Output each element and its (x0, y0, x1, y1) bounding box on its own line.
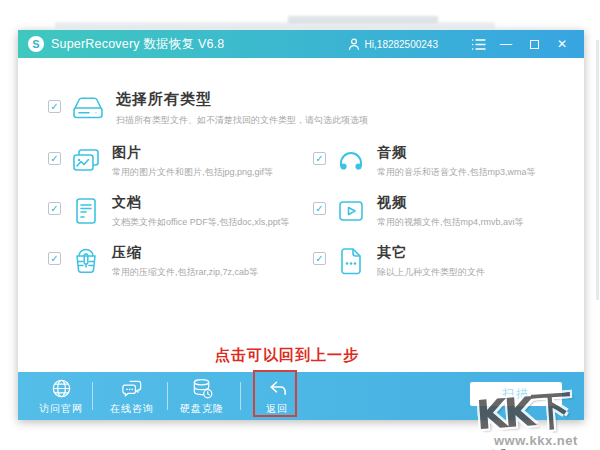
screen: S SuperRecovery 数据恢复 V6.8 Hi,18282500243 (0, 0, 600, 450)
footer-item-visit-site[interactable]: 访问官网 (29, 372, 93, 420)
file-type-text: 视频 常用的视频文件,包括mp4,rmvb,avi等 (377, 194, 524, 229)
user-icon (347, 37, 361, 51)
footer-divider (240, 382, 241, 410)
background-window-hint (288, 16, 438, 23)
file-type-text: 音频 常用的音乐和语音文件,包括mp3,wma等 (377, 144, 536, 179)
footer-item-label: 在线咨询 (110, 402, 154, 416)
file-type-title: 其它 (377, 244, 485, 262)
other-checkbox[interactable]: ✓ (313, 252, 326, 265)
file-type-text: 其它 除以上几种文件类型的文件 (377, 244, 485, 279)
check-glyph: ✓ (315, 154, 323, 164)
video-checkbox[interactable]: ✓ (313, 202, 326, 215)
check-glyph: ✓ (50, 204, 58, 214)
title-bar: S SuperRecovery 数据恢复 V6.8 Hi,18282500243 (18, 30, 584, 58)
audio-checkbox[interactable]: ✓ (313, 152, 326, 165)
chat-icon (120, 376, 144, 400)
maximize-button[interactable] (524, 34, 544, 54)
documents-checkbox[interactable]: ✓ (48, 202, 61, 215)
audio-icon (335, 145, 367, 177)
close-button[interactable]: ✕ (552, 34, 572, 54)
maximize-icon (530, 40, 539, 49)
pictures-checkbox[interactable]: ✓ (48, 152, 61, 165)
footer-item-label: 访问官网 (39, 402, 83, 416)
file-type-item-archive[interactable]: ✓ 压缩 常用的压缩文件,包括rar, (48, 244, 258, 279)
file-type-desc: 除以上几种文件类型的文件 (377, 266, 485, 279)
file-type-title: 图片 (112, 144, 273, 162)
file-type-desc: 常用的图片文件和图片,包括jpg,png,gif等 (112, 166, 273, 179)
file-type-desc: 常用的压缩文件,包括rar,zip,7z,cab等 (112, 266, 258, 279)
archive-icon (70, 245, 102, 277)
watermark-site-url: www.kkx.net (494, 433, 578, 448)
footer-divider (92, 382, 93, 410)
archive-checkbox[interactable]: ✓ (48, 252, 61, 265)
footer-item-label: 硬盘克隆 (180, 402, 224, 416)
app-window: S SuperRecovery 数据恢复 V6.8 Hi,18282500243 (18, 30, 584, 420)
file-type-item-pictures[interactable]: ✓ 图片 常用的图片文件和图片,包括jpg,png,gif等 (48, 144, 273, 179)
footer-divider (167, 382, 168, 410)
video-icon (335, 195, 367, 227)
footer-item-online-support[interactable]: 在线咨询 (100, 372, 164, 420)
file-type-title: 音频 (377, 144, 536, 162)
check-glyph: ✓ (50, 254, 58, 264)
select-all-text: 选择所有类型 扫描所有类型文件、如不清楚找回的文件类型，请勾选此项选项 (116, 90, 368, 127)
title-bar-controls: Hi,18282500243 — (347, 34, 572, 54)
file-type-text: 文档 文档类文件如office PDF等,包括doc,xls,ppt等 (112, 194, 289, 229)
menu-icon (471, 38, 486, 51)
back-highlight-box (253, 370, 297, 417)
app-logo-icon: S (28, 36, 44, 52)
background-scrollbar-hint (596, 40, 599, 300)
check-glyph: ✓ (315, 204, 323, 214)
file-type-item-video[interactable]: ✓ 视频 常用的视频文件,包括mp4,rmvb,avi等 (313, 194, 524, 229)
menu-button[interactable] (468, 34, 488, 54)
annotation-text: 点击可以回到上一步 (207, 346, 367, 365)
select-all-checkbox[interactable]: ✓ (48, 100, 61, 113)
minimize-button[interactable]: — (496, 34, 516, 54)
globe-icon (50, 376, 73, 400)
select-all-title: 选择所有类型 (116, 90, 368, 109)
disk-clone-icon (191, 376, 214, 400)
file-type-title: 文档 (112, 194, 289, 212)
check-glyph: ✓ (50, 102, 58, 112)
file-type-item-audio[interactable]: ✓ 音频 常用的音乐和语音文件,包括mp3,wma等 (313, 144, 536, 179)
user-account[interactable]: Hi,18282500243 (347, 37, 438, 51)
check-glyph: ✓ (50, 154, 58, 164)
file-type-desc: 常用的音乐和语音文件,包括mp3,wma等 (377, 166, 536, 179)
check-glyph: ✓ (315, 254, 323, 264)
file-type-item-documents[interactable]: ✓ 文档 文档类文件如office PDF等,包括doc,xls,ppt等 (48, 194, 289, 229)
select-all-desc: 扫描所有类型文件、如不清楚找回的文件类型，请勾选此项选项 (116, 114, 368, 127)
drive-icon (70, 92, 106, 122)
document-icon (70, 195, 102, 227)
file-type-text: 压缩 常用的压缩文件,包括rar,zip,7z,cab等 (112, 244, 258, 279)
user-greeting: Hi,18282500243 (365, 39, 438, 50)
picture-icon (70, 145, 102, 177)
file-type-title: 压缩 (112, 244, 258, 262)
file-type-desc: 文档类文件如office PDF等,包括doc,xls,ppt等 (112, 216, 289, 229)
file-type-item-other[interactable]: ✓ 其它 除以上几种文件类型的文件 (313, 244, 485, 279)
select-all-item[interactable]: ✓ 选择所有类型 扫描所有类型文件、如不清楚找回的文件类型，请勾选此项选项 (48, 90, 368, 127)
file-type-desc: 常用的视频文件,包括mp4,rmvb,avi等 (377, 216, 524, 229)
window-title: SuperRecovery 数据恢复 V6.8 (51, 36, 224, 53)
file-type-text: 图片 常用的图片文件和图片,包括jpg,png,gif等 (112, 144, 273, 179)
file-type-title: 视频 (377, 194, 524, 212)
footer-item-disk-clone[interactable]: 硬盘克隆 (170, 372, 234, 420)
other-file-icon (335, 245, 367, 277)
